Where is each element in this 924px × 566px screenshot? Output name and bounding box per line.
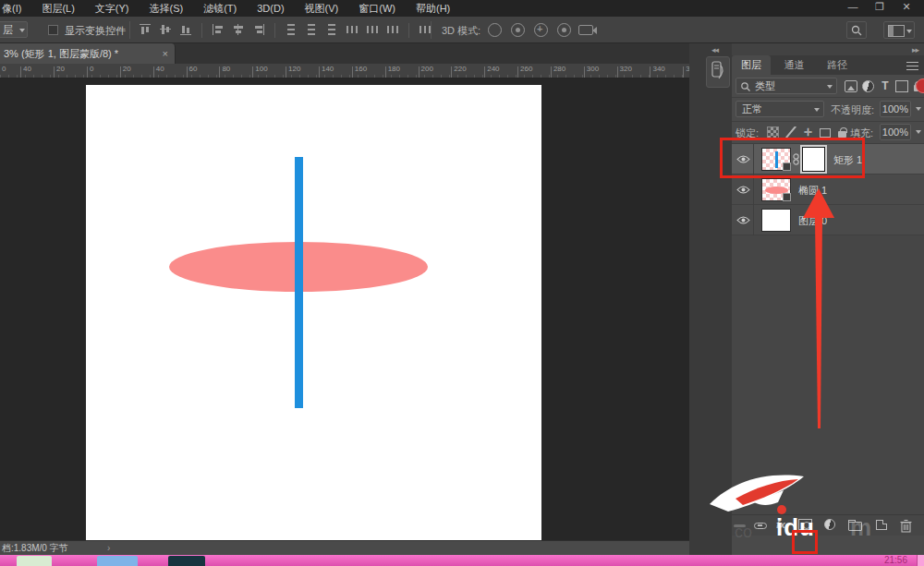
ruler-label: 240 [487,65,499,73]
menu-item-7[interactable]: 窗口(W) [359,0,406,17]
menu-item-0[interactable]: 像(I) [2,0,31,17]
opacity-label: 不透明度: [831,103,874,117]
menu-item-8[interactable]: 帮助(H) [416,0,460,17]
ruler-label: 20 [123,65,131,73]
ruler-label: 40 [23,65,31,73]
align-right-icon[interactable] [252,23,265,36]
distribute-spacing-icon[interactable] [419,23,432,36]
opacity-field[interactable]: 100% [880,101,911,117]
delete-layer-icon[interactable] [900,519,912,533]
new-layer-icon[interactable] [876,520,887,530]
filter-pixel-layers-icon[interactable] [845,80,857,92]
show-desktop-button[interactable] [917,555,924,566]
layer-filter-row: 类型 T [732,75,924,98]
ruler-label: 100 [255,65,267,73]
tab-close-icon[interactable]: × [163,43,168,64]
show-transform-checkbox[interactable] [48,25,58,35]
ruler-label: 160 [355,65,367,73]
blend-mode-row: 正常 不透明度: 100% [732,98,924,122]
adjustment-layer-icon[interactable] [824,519,835,530]
panel-menu-icon[interactable] [906,62,918,70]
search-icon [851,25,862,36]
blend-mode-dropdown[interactable]: 正常 [736,101,824,117]
align-hcenter-icon[interactable] [232,23,245,36]
taskbar-app-icon-3[interactable] [168,556,205,566]
align-top-icon[interactable] [139,23,152,36]
filter-shape-layers-icon[interactable] [895,80,908,92]
restore-button[interactable]: ❐ [868,1,892,13]
menu-item-1[interactable]: 图层(L) [42,0,84,17]
panel-tabs: 图层 通道 路径 [732,55,924,75]
menu-item-3[interactable]: 选择(S) [150,0,194,17]
canvas[interactable] [86,85,541,540]
menu-items: 像(I)图层(L)文字(Y)选择(S)滤镜(T)3D(D)视图(V)窗口(W)帮… [0,3,460,14]
status-chevron-icon[interactable]: › [107,541,110,555]
pasteboard [0,78,689,540]
distribute-right-icon[interactable] [386,23,399,36]
status-bar: 档:1.83M/0 字节 › [0,540,689,555]
collapse-dock-icon[interactable]: ◂◂ [711,45,718,54]
fill-field[interactable]: 100% [880,124,911,140]
align-bottom-icon[interactable] [179,23,192,36]
menu-item-6[interactable]: 视图(V) [305,0,349,17]
3d-slide-icon[interactable] [557,23,571,37]
align-left-icon[interactable] [212,23,225,36]
separator [201,23,202,38]
distribute-vcenter-icon[interactable] [305,23,318,36]
annotation-box-mask-button [792,530,818,554]
chevron-down-icon[interactable] [916,107,921,111]
distribute-hcenter-icon[interactable] [366,23,379,36]
auto-select-dropdown[interactable]: 层 [0,21,28,38]
menu-item-4[interactable]: 滤镜(T) [203,0,247,17]
ruler-label: 120 [288,65,300,73]
distribute-left-icon[interactable] [346,23,359,36]
layer-thumbnail[interactable] [761,178,791,201]
3d-roll-icon[interactable] [511,23,525,37]
ruler-label: 0 [2,65,6,73]
align-vcenter-icon[interactable] [159,23,172,36]
chevron-down-icon[interactable] [916,130,921,134]
close-button[interactable]: ✕ [894,1,918,13]
filter-adjustment-layers-icon[interactable] [862,80,874,92]
filter-type-layers-icon[interactable]: T [879,80,892,92]
ruler-label: 260 [520,65,532,73]
collapse-panel-icon[interactable]: ▸▸ [912,45,918,54]
document-tab[interactable]: 3% (矩形 1, 图层蒙版/8) * × [0,43,176,64]
distribute-top-icon[interactable] [285,23,298,36]
minimize-button[interactable]: — [841,1,865,12]
separator [129,21,130,39]
menu-item-2[interactable]: 文字(Y) [95,0,140,17]
blend-mode-value: 正常 [742,103,762,114]
layer-thumbnail[interactable] [761,209,791,232]
window-controls: — ❐ ✕ [841,1,918,13]
chevron-down-icon [906,30,912,33]
ruler-label: 60 [189,65,198,73]
history-icon [709,60,727,84]
filter-type-value: 类型 [755,80,775,91]
visibility-cell[interactable] [732,205,754,235]
tab-channels[interactable]: 通道 [774,55,813,75]
show-transform-label: 显示变换控件 [65,24,126,38]
distribute-bottom-icon[interactable] [325,23,338,36]
3d-drag-icon[interactable] [534,23,548,37]
chevron-down-icon [814,108,820,112]
tab-layers[interactable]: 图层 [732,55,771,75]
ruler-label: 0 [90,65,93,73]
search-button[interactable] [846,21,867,39]
lock-artboard-icon[interactable] [820,128,831,138]
taskbar-app-icon-1[interactable] [17,556,52,566]
history-panel-button[interactable] [706,56,730,88]
visibility-cell[interactable] [732,175,754,205]
menu-item-5[interactable]: 3D(D) [257,0,294,17]
tab-paths[interactable]: 路径 [818,55,857,75]
ruler-label: 80 [222,65,230,73]
filter-toggle-icon[interactable] [916,78,924,93]
3d-camera-icon[interactable] [578,25,593,35]
taskbar-app-icon-2[interactable] [97,556,138,566]
options-bar: 层 显示变换控件 3D 模式: [0,17,924,43]
ruler-label: 180 [388,65,400,73]
filter-type-dropdown[interactable]: 类型 [736,78,837,94]
3d-rotate-icon[interactable] [488,23,502,37]
workspace-switcher[interactable] [883,21,915,39]
mode-label: 3D 模式: [442,24,480,38]
